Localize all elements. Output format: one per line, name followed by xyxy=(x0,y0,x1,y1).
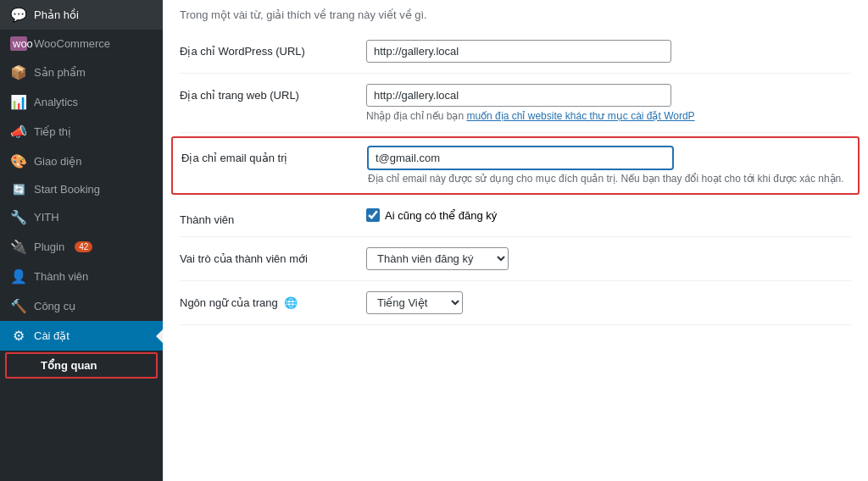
sidebar-item-cong-cu[interactable]: 🔨 Công cụ xyxy=(0,291,163,321)
yith-icon: 🔧 xyxy=(10,209,27,225)
sidebar-item-label: Giao diện xyxy=(34,155,81,168)
sidebar-item-giao-dien[interactable]: 🎨 Giao diện xyxy=(0,147,163,176)
appearance-icon: 🎨 xyxy=(10,153,27,169)
users-icon: 👤 xyxy=(10,268,27,285)
sidebar-item-label: WooCommerce xyxy=(34,37,110,50)
settings-row-member-role: Vai trò của thành viên mới Thành viên đă… xyxy=(180,237,851,281)
sidebar-item-woocommerce[interactable]: woo WooCommerce xyxy=(0,30,163,58)
settings-row-membership: Thành viên Ai cũng có thể đăng ký xyxy=(180,198,851,237)
hint-admin-email: Địa chỉ email này được sử dụng cho mục đ… xyxy=(368,173,849,185)
sidebar-item-label: Analytics xyxy=(34,96,78,108)
sidebar-item-plugin[interactable]: 🔌 Plugin 42 xyxy=(0,232,163,262)
sidebar-item-analytics[interactable]: 📊 Analytics xyxy=(0,87,163,117)
active-arrow xyxy=(156,329,163,343)
control-admin-email: Địa chỉ email này được sử dụng cho mục đ… xyxy=(368,147,849,185)
sidebar-item-label: Start Booking xyxy=(34,183,100,196)
input-site-url[interactable] xyxy=(366,84,671,107)
input-wordpress-url[interactable] xyxy=(366,40,671,63)
tools-icon: 🔨 xyxy=(10,298,27,314)
plugin-badge: 42 xyxy=(75,241,92,252)
sidebar-item-cai-dat[interactable]: ⚙ Cài đặt xyxy=(0,321,163,351)
settings-row-site-url: Địa chỉ trang web (URL) Nhập địa chỉ nếu… xyxy=(180,74,851,133)
hint-link[interactable]: muốn địa chỉ website khác thư mục cài đặ… xyxy=(466,110,694,122)
label-membership: Thành viên xyxy=(180,208,366,226)
sidebar-item-label: Sản phẩm xyxy=(34,66,86,79)
sidebar-sub-tong-quan[interactable]: Tổng quan xyxy=(5,352,158,379)
label-language: Ngôn ngữ của trang 🌐 xyxy=(180,291,366,309)
label-admin-email: Địa chỉ email quản trị xyxy=(181,147,368,164)
sub-item-label: Tổng quan xyxy=(41,359,97,372)
control-site-url: Nhập địa chỉ nếu bạn muốn địa chỉ websit… xyxy=(366,84,851,122)
sidebar-item-label: YITH xyxy=(34,211,59,224)
hint-site-url: Nhập địa chỉ nếu bạn muốn địa chỉ websit… xyxy=(366,110,851,122)
comment-icon: 💬 xyxy=(10,7,27,23)
sidebar-item-start-booking[interactable]: 🔄 Start Booking xyxy=(0,176,163,202)
language-label-text: Ngôn ngữ của trang xyxy=(180,296,278,309)
sidebar-item-san-pham[interactable]: 📦 Sản phẩm xyxy=(0,58,163,87)
sidebar-item-yith[interactable]: 🔧 YITH xyxy=(0,202,163,232)
label-wordpress-url: Địa chỉ WordPress (URL) xyxy=(180,40,366,58)
product-icon: 📦 xyxy=(10,64,27,80)
membership-checkbox[interactable] xyxy=(366,208,380,222)
settings-row-admin-email: Địa chỉ email quản trị Địa chỉ email này… xyxy=(171,136,860,195)
sidebar-item-label: Cài đặt xyxy=(34,329,70,342)
sidebar: 💬 Phản hồi woo WooCommerce 📦 Sản phẩm 📊 … xyxy=(0,0,163,481)
sidebar-item-label: Công cụ xyxy=(34,300,75,312)
plugin-icon: 🔌 xyxy=(10,239,27,255)
control-membership: Ai cũng có thể đăng ký xyxy=(366,208,851,222)
label-site-url: Địa chỉ trang web (URL) xyxy=(180,84,366,102)
settings-row-language: Ngôn ngữ của trang 🌐 Tiếng Việt English … xyxy=(180,281,851,325)
sidebar-item-label: Thành viên xyxy=(34,270,88,283)
marketing-icon: 📣 xyxy=(10,124,27,140)
woo-icon: woo xyxy=(10,36,27,51)
settings-table: Địa chỉ WordPress (URL) Địa chỉ trang we… xyxy=(163,21,868,334)
input-admin-email[interactable] xyxy=(368,147,673,169)
membership-checkbox-label: Ai cũng có thể đăng ký xyxy=(385,209,497,222)
control-member-role: Thành viên đăng ký Biên tập viên Tác giả… xyxy=(366,247,851,270)
analytics-icon: 📊 xyxy=(10,94,27,110)
sidebar-item-label: Phản hồi xyxy=(34,8,79,21)
booking-icon: 🔄 xyxy=(10,184,27,196)
sidebar-item-thanh-vien[interactable]: 👤 Thành viên xyxy=(0,262,163,291)
main-content: Trong một vài từ, giải thích về trang nà… xyxy=(163,0,868,481)
settings-icon: ⚙ xyxy=(10,328,27,344)
settings-row-wordpress-url: Địa chỉ WordPress (URL) xyxy=(180,30,851,74)
language-icon: 🌐 xyxy=(284,296,298,309)
top-description: Trong một vài từ, giải thích về trang nà… xyxy=(163,0,868,21)
label-member-role: Vai trò của thành viên mới xyxy=(180,247,366,265)
sidebar-item-tiep-thi[interactable]: 📣 Tiếp thị xyxy=(0,117,163,147)
membership-checkbox-row: Ai cũng có thể đăng ký xyxy=(366,208,851,222)
sidebar-item-label: Plugin xyxy=(34,240,64,253)
select-member-role[interactable]: Thành viên đăng ký Biên tập viên Tác giả… xyxy=(366,247,509,270)
sidebar-item-phan-hoi[interactable]: 💬 Phản hồi xyxy=(0,0,163,30)
control-language: Tiếng Việt English Français Deutsch xyxy=(366,291,851,314)
control-wordpress-url xyxy=(366,40,851,63)
sidebar-item-label: Tiếp thị xyxy=(34,125,71,138)
select-language[interactable]: Tiếng Việt English Français Deutsch xyxy=(366,291,463,314)
